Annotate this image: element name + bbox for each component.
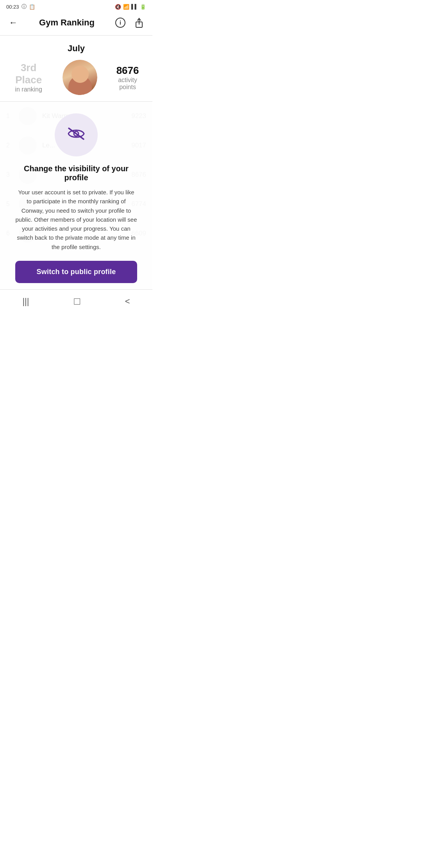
user-avatar: [63, 60, 97, 95]
signal-icon: ▌▌: [131, 4, 138, 9]
rank-label: in ranking: [6, 86, 51, 93]
menu-button[interactable]: |||: [22, 296, 29, 307]
hero-stats: 3rd Place in ranking 8676 activity point…: [6, 60, 146, 95]
modal-body: Your user account is set to private. If …: [15, 188, 137, 251]
bottom-nav: ||| □ <: [0, 289, 152, 311]
svg-text:i: i: [120, 20, 121, 26]
status-time: 00:23: [6, 4, 19, 10]
visibility-icon-circle: [55, 113, 98, 156]
back-nav-button[interactable]: <: [125, 296, 130, 307]
switch-to-public-button[interactable]: Switch to public profile: [15, 261, 137, 283]
home-button[interactable]: □: [74, 295, 80, 307]
month-label: July: [68, 43, 85, 54]
rank-stat: 3rd Place in ranking: [6, 62, 51, 93]
battery-icon: 🔋: [140, 4, 146, 10]
header-actions: i: [113, 16, 146, 30]
back-button[interactable]: ←: [6, 16, 20, 30]
points-value: 8676: [109, 65, 146, 77]
page-title: Gym Ranking: [39, 18, 95, 28]
avatar-image: [63, 60, 97, 95]
share-button[interactable]: [132, 16, 146, 30]
hero-section: July 3rd Place in ranking 8676 activity …: [0, 36, 152, 102]
wifi-icon: 📶: [123, 4, 129, 10]
status-bar: 00:23 ⓘ 📋 🔇 📶 ▌▌ 🔋: [0, 0, 152, 12]
back-arrow-icon: ←: [9, 18, 18, 28]
ranking-list: 1 Kit Warmalt 9223 2 Le... 9017 3 8676 5…: [0, 102, 152, 289]
header: ← Gym Ranking i: [0, 12, 152, 36]
eye-slash-icon: [66, 126, 86, 144]
rank-value: 3rd Place: [6, 62, 51, 86]
info-icon: i: [115, 18, 125, 28]
info-button[interactable]: i: [113, 16, 127, 30]
status-clipboard-icon: 📋: [29, 4, 35, 10]
modal-title: Change the visibility of your profile: [15, 164, 137, 182]
modal-content: Change the visibility of your profile Yo…: [6, 113, 147, 283]
points-label: activity points: [109, 77, 146, 91]
points-stat: 8676 activity points: [109, 65, 146, 91]
modal-overlay: Change the visibility of your profile Yo…: [0, 102, 152, 289]
status-info-icon: ⓘ: [21, 3, 27, 10]
mute-icon: 🔇: [115, 4, 121, 10]
share-icon: [134, 17, 144, 28]
